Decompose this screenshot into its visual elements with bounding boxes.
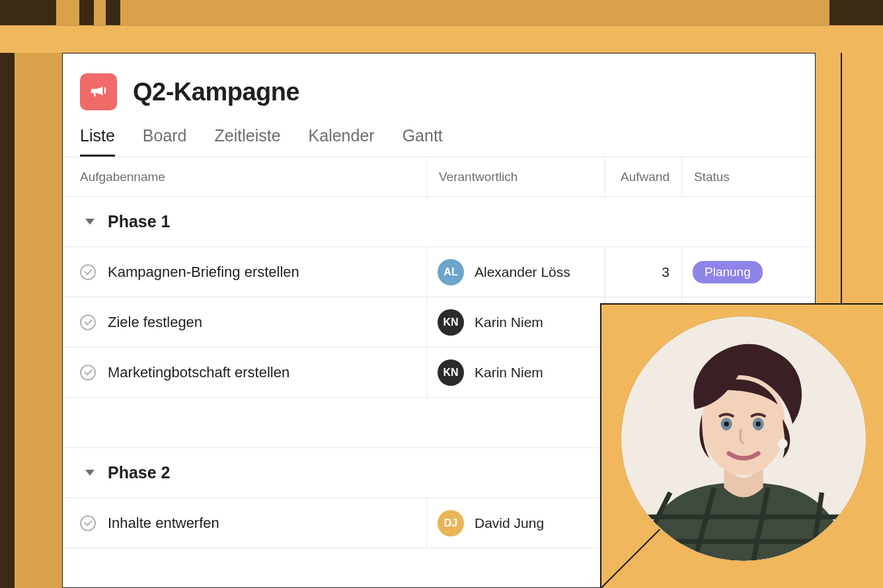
column-header-status[interactable]: Status	[681, 157, 815, 196]
portrait-overlay	[600, 303, 883, 588]
tab-gantt[interactable]: Gantt	[403, 122, 443, 157]
column-header-row: Aufgabenname Verantwortlich Aufwand Stat…	[63, 157, 815, 197]
owner-name: Karin Niem	[475, 314, 543, 330]
task-name: Kampagnen-Briefing erstellen	[108, 264, 299, 281]
task-name: Inhalte entwerfen	[108, 515, 219, 532]
svg-point-7	[778, 439, 788, 449]
avatar[interactable]: AL	[438, 259, 464, 285]
view-tabs: Liste Board Zeitleiste Kalender Gantt	[63, 122, 815, 157]
check-circle-icon[interactable]	[80, 365, 96, 381]
tab-board[interactable]: Board	[143, 122, 187, 157]
tab-kalender[interactable]: Kalender	[309, 122, 375, 157]
task-row[interactable]: Kampagnen-Briefing erstellen AL Alexande…	[63, 247, 815, 297]
avatar[interactable]: KN	[438, 359, 464, 386]
svg-point-6	[756, 422, 761, 426]
column-header-task[interactable]: Aufgabenname	[63, 157, 426, 196]
column-header-effort[interactable]: Aufwand	[605, 157, 681, 196]
decor-notch-1	[79, 0, 94, 25]
section-phase-1[interactable]: Phase 1	[63, 197, 815, 247]
decor-left-dark	[0, 53, 15, 588]
svg-point-5	[724, 422, 728, 426]
owner-name: Alexander Löss	[475, 264, 570, 280]
project-icon[interactable]	[80, 73, 117, 110]
check-circle-icon[interactable]	[80, 264, 96, 280]
user-portrait	[621, 316, 866, 561]
status-badge[interactable]: Planung	[693, 261, 763, 283]
tab-liste[interactable]: Liste	[80, 122, 115, 157]
owner-name: David Jung	[475, 515, 544, 531]
megaphone-icon	[89, 81, 108, 103]
decor-diagonal	[601, 536, 654, 588]
effort-value[interactable]: 3	[605, 247, 681, 297]
decor-top-cream	[56, 0, 829, 25]
chevron-down-icon	[85, 219, 95, 225]
chevron-down-icon	[85, 470, 95, 476]
decor-left-mid	[15, 53, 62, 588]
section-title: Phase 2	[108, 463, 171, 482]
decor-top-strip	[0, 25, 883, 53]
task-name: Ziele festlegen	[108, 314, 202, 331]
avatar[interactable]: KN	[438, 309, 464, 336]
tab-zeitleiste[interactable]: Zeitleiste	[215, 122, 281, 157]
task-name: Marketingbotschaft erstellen	[108, 364, 289, 381]
project-header: Q2-Kampagne	[63, 54, 815, 122]
section-title: Phase 1	[108, 212, 171, 231]
column-header-owner[interactable]: Verantwortlich	[426, 157, 605, 196]
decor-right-line	[841, 53, 842, 304]
owner-name: Karin Niem	[475, 365, 543, 381]
avatar[interactable]: DJ	[438, 510, 464, 536]
check-circle-icon[interactable]	[80, 515, 96, 531]
check-circle-icon[interactable]	[80, 314, 96, 330]
project-title: Q2-Kampagne	[133, 78, 299, 106]
decor-notch-2	[106, 0, 120, 25]
